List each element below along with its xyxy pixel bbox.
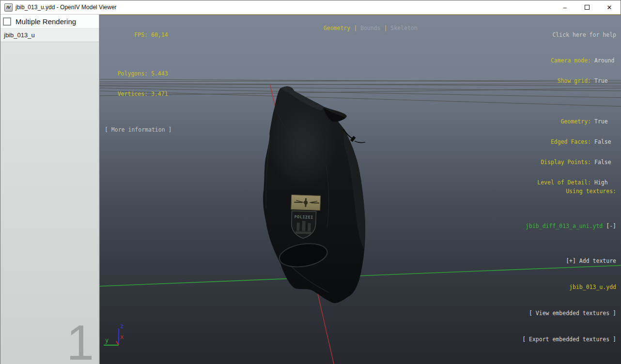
vertices-row: Vertices: 3.471 <box>105 91 171 97</box>
show-grid-label: Show grid: <box>537 77 591 84</box>
polizei-patch-text: POLIZEI <box>294 214 313 220</box>
texture-entry-row: jbib_diff_013_a_uni.ytd [-] <box>499 213 616 239</box>
stats-overlay: FPS: 60,14 Polygons: 5.443 Vertices: 3.4… <box>105 18 171 147</box>
fps-row: FPS: 60,14 <box>105 31 171 38</box>
window-controls: – ✕ <box>554 0 621 14</box>
tab-skeleton[interactable]: Skeleton <box>390 25 417 31</box>
maximize-button[interactable] <box>576 0 598 14</box>
jacket-model[interactable]: POLIZEI <box>263 86 365 303</box>
gizmo-x-label: x <box>120 334 124 340</box>
app-icon: IV <box>4 3 13 12</box>
edged-faces-value: False <box>594 138 616 145</box>
close-button[interactable]: ✕ <box>598 0 621 14</box>
camera-mode-row[interactable]: Camera mode: Around <box>537 57 616 64</box>
show-grid-value: True <box>594 77 616 84</box>
fps-label: FPS: <box>105 31 148 38</box>
more-information-link[interactable]: [ More information ] <box>105 126 171 133</box>
multiple-rendering-checkbox[interactable] <box>3 17 11 26</box>
render-viewport[interactable]: POLIZEI <box>99 15 621 364</box>
help-link[interactable]: Click here for help <box>537 31 616 38</box>
viewer-mode-tabs: Geometry | Bounds | Skeleton <box>303 18 417 38</box>
display-points-value: False <box>594 159 616 166</box>
polygons-value: 5.443 <box>151 70 168 77</box>
vertices-label: Vertices: <box>105 91 148 97</box>
tab-separator: | <box>350 25 360 31</box>
edged-faces-label: Edged Faces: <box>537 138 591 145</box>
sidebar-watermark-number: 1 <box>66 318 94 364</box>
minimize-button[interactable]: – <box>554 0 576 14</box>
tab-geometry[interactable]: Geometry <box>324 25 350 31</box>
using-textures-heading: Using textures: <box>499 187 616 196</box>
model-file-name: jbib_013_u.ydd <box>499 283 616 291</box>
vertices-value: 3.471 <box>151 91 168 97</box>
multiple-rendering-row: Multiple Rendering <box>0 15 99 29</box>
geometry-value: True <box>594 118 616 125</box>
texture-name[interactable]: jbib_diff_013_a_uni.ytd <box>526 223 603 229</box>
textures-overlay: Using textures: jbib_diff_013_a_uni.ytd … <box>499 169 616 361</box>
window-title: jbib_013_u.ydd - OpenIV Model Viewer <box>16 4 117 11</box>
geometry-toggle-row[interactable]: Geometry: True <box>537 118 616 125</box>
camera-mode-value: Around <box>594 57 616 64</box>
polygons-label: Polygons: <box>105 70 148 77</box>
edged-faces-row[interactable]: Edged Faces: False <box>537 138 616 145</box>
app-window: IV jbib_013_u.ydd - OpenIV Model Viewer … <box>0 0 621 364</box>
tab-bounds[interactable]: Bounds <box>360 25 381 31</box>
export-embedded-textures-button[interactable]: [ Export embedded textures ] <box>499 335 616 344</box>
maximize-icon <box>585 5 590 10</box>
camera-mode-label: Camera mode: <box>537 57 591 64</box>
add-texture-button[interactable]: [+] Add texture <box>499 257 616 265</box>
gizmo-z-label: z <box>120 323 124 330</box>
display-points-label: Display Points: <box>537 159 591 166</box>
show-grid-row[interactable]: Show grid: True <box>537 77 616 84</box>
polygons-row: Polygons: 5.443 <box>105 70 171 77</box>
jacket-highlight <box>269 100 337 192</box>
view-embedded-textures-button[interactable]: [ View embedded textures ] <box>499 309 616 318</box>
geometry-label: Geometry: <box>537 118 591 125</box>
list-item-jbib-013-u[interactable]: jbib_013_u <box>0 29 99 42</box>
model-list-sidebar: Multiple Rendering jbib_013_u 1 <box>0 15 99 364</box>
title-bar: IV jbib_013_u.ydd - OpenIV Model Viewer … <box>0 0 621 15</box>
remove-texture-button[interactable]: [-] <box>603 223 616 229</box>
multiple-rendering-label: Multiple Rendering <box>16 17 76 26</box>
fps-value: 60,14 <box>151 31 168 38</box>
tab-separator: | <box>381 25 391 31</box>
axis-gizmo: z y x <box>104 323 124 345</box>
gizmo-y-label: y <box>105 337 109 344</box>
display-points-row[interactable]: Display Points: False <box>537 159 616 166</box>
